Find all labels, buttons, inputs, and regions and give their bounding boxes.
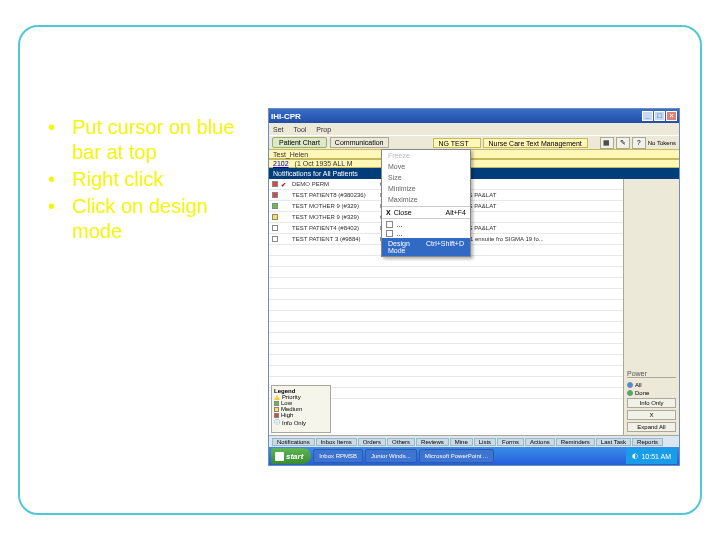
radio-all[interactable]: All — [627, 382, 676, 388]
field-ng: NG TEST — [433, 138, 481, 148]
instruction-item: Put cursor on blue bar at top — [48, 115, 248, 165]
patient-name: Test_Helen — [273, 151, 308, 158]
radio-done[interactable]: Done — [627, 390, 676, 396]
menu-size[interactable]: Size — [382, 172, 470, 183]
instruction-list: Put cursor on blue bar at top Right clic… — [48, 115, 248, 246]
bottom-tab[interactable]: Orders — [358, 438, 386, 446]
system-tray[interactable]: ◐ 10:51 AM — [626, 448, 677, 464]
menu-move[interactable]: Move — [382, 161, 470, 172]
toolbar-icon-2[interactable]: ✎ — [616, 137, 630, 149]
minimize-button[interactable]: _ — [642, 111, 653, 121]
menu-close[interactable]: X Close Alt+F4 — [382, 208, 470, 217]
bottom-tab[interactable]: Reviews — [416, 438, 449, 446]
bottom-tab[interactable]: Notifications — [272, 438, 315, 446]
patient-info-bar-2: 2102 (1 Oct 1935 ALL M — [269, 159, 679, 168]
btn-x[interactable]: X — [627, 410, 676, 420]
taskbar-item[interactable]: Inbox RPMSB — [313, 449, 363, 463]
bottom-tab[interactable]: Lists — [474, 438, 496, 446]
start-button[interactable]: start — [271, 448, 311, 464]
instruction-item: Right click — [48, 167, 248, 192]
window-titlebar[interactable]: IHI-CPR _ □ × — [269, 109, 679, 123]
tab-communication[interactable]: Communication — [330, 137, 389, 148]
close-button[interactable]: × — [666, 111, 677, 121]
menu-item[interactable]: Set — [273, 126, 284, 133]
menu-checkbox-row[interactable]: … — [382, 220, 470, 229]
instruction-item: Click on design mode — [48, 194, 248, 244]
bottom-tab[interactable]: Last Task — [596, 438, 631, 446]
main-content: Freeze Move Size Minimize Maximize X Clo… — [269, 179, 679, 435]
notifications-header: Notifications for All Patients — [269, 168, 679, 179]
bottom-tab[interactable]: Others — [387, 438, 415, 446]
tab-patient-chart[interactable]: Patient Chart — [272, 137, 327, 148]
menu-freeze: Freeze — [382, 150, 470, 161]
menu-minimize[interactable]: Minimize — [382, 183, 470, 194]
application-window: IHI-CPR _ □ × Set Tool Prop Patient Char… — [268, 108, 680, 466]
btn-info-only[interactable]: Info Only — [627, 398, 676, 408]
maximize-button[interactable]: □ — [654, 111, 665, 121]
toolbar-icon-1[interactable]: ▦ — [600, 137, 614, 149]
no-tokens-label: No Tokens — [648, 140, 676, 146]
field-nurse: Nurse Care Text Management — [483, 138, 588, 148]
btn-expand-all[interactable]: Expand All — [627, 422, 676, 432]
patient-dob: (1 Oct 1935 ALL M — [295, 160, 353, 167]
patient-id[interactable]: 2102 — [273, 160, 289, 167]
patient-info-bar: Test_Helen — [269, 149, 679, 159]
bottom-tab[interactable]: Actions — [525, 438, 555, 446]
menu-item[interactable]: Prop — [316, 126, 331, 133]
menu-item[interactable]: Tool — [294, 126, 307, 133]
context-menu: Freeze Move Size Minimize Maximize X Clo… — [381, 149, 471, 257]
bottom-tab[interactable]: Reports — [632, 438, 663, 446]
taskbar-item[interactable]: Junior Winds... — [365, 449, 417, 463]
bottom-tab[interactable]: Mine — [450, 438, 473, 446]
legend-panel: Legend Priority Low Medium High ⓘInfo On… — [271, 385, 331, 433]
side-panel: Power All Done Info Only X Expand All — [623, 179, 679, 435]
side-header: Power — [627, 370, 676, 378]
bottom-tab[interactable]: Inbox Items — [316, 438, 357, 446]
menu-checkbox-row[interactable]: … — [382, 229, 470, 238]
toolbar-icon-3[interactable]: ? — [632, 137, 646, 149]
menubar: Set Tool Prop — [269, 123, 679, 135]
bottom-tab-strip: Notifications Inbox Items Orders Others … — [269, 435, 679, 447]
menu-maximize[interactable]: Maximize — [382, 194, 470, 205]
toolbar-tabs: Patient Chart Communication NG TEST Nurs… — [269, 135, 679, 149]
tray-icon: ◐ — [632, 452, 638, 460]
menu-design-mode[interactable]: Design Mode Ctrl+Shift+D — [382, 238, 470, 256]
window-title: IHI-CPR — [271, 112, 301, 121]
notification-list: Freeze Move Size Minimize Maximize X Clo… — [269, 179, 623, 435]
clock: 10:51 AM — [641, 453, 671, 460]
taskbar-item[interactable]: Microsoft PowerPoint ... — [419, 449, 494, 463]
windows-taskbar: start Inbox RPMSB Junior Winds... Micros… — [269, 447, 679, 465]
bottom-tab[interactable]: Forms — [497, 438, 524, 446]
bottom-tab[interactable]: Reminders — [556, 438, 595, 446]
